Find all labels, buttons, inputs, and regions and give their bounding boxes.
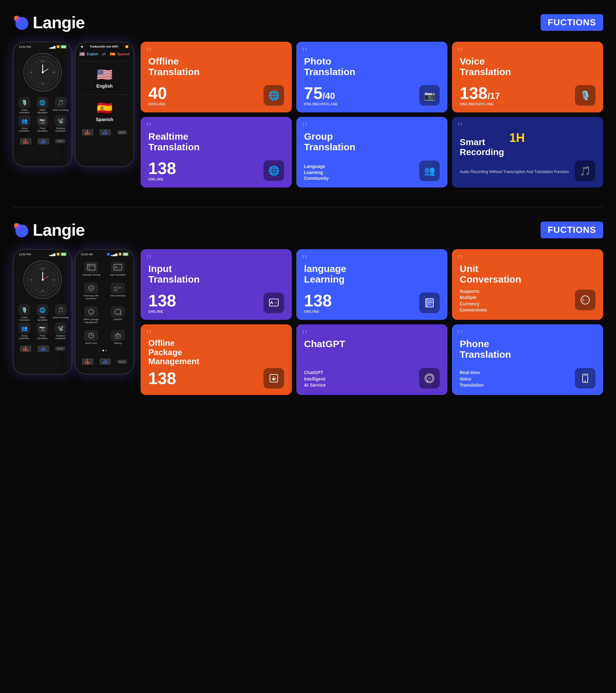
list-item[interactable]: 🎙️ Online translation (16, 304, 33, 321)
back-btn-2[interactable]: BACK (117, 131, 127, 135)
svg-text:AI: AI (428, 377, 431, 380)
svg-text:£→: £→ (582, 298, 589, 302)
list-item[interactable]: 📽️ Realtime translation (52, 115, 69, 132)
phone-4-status-bar: 10:53 AM 🔵 ▂▄▆ 📶 ▮▮▮ (76, 250, 134, 257)
list-item[interactable]: Settings (106, 328, 131, 346)
back-btn-1[interactable]: BACK (55, 139, 65, 143)
waveform-btn-4[interactable] (100, 129, 111, 136)
list-item[interactable]: 🌐 Offline translation (34, 97, 51, 114)
card-number-row: 138 ONLINE 🌐 (148, 160, 284, 181)
waveform-btn-5[interactable] (20, 345, 32, 352)
phone-4-device: 10:53 AM 🔵 ▂▄▆ 📶 ▮▮▮ (75, 249, 134, 374)
list-item[interactable]: km mi dm Unit conversion (106, 281, 131, 302)
bar1 (41, 141, 42, 143)
signal-icon-4: ▂▄▆ (111, 253, 118, 256)
card-group-desc: LanguageLearningCommunity (304, 163, 329, 181)
list-item[interactable]: 🎙️ Online translation (16, 97, 33, 114)
card-number-info: 138 ONLINE (304, 292, 332, 313)
section-2-header: Langie FUCTIONS (13, 220, 603, 240)
logo-icon-1 (13, 15, 29, 31)
card-offline-package: " OfflinePackageManagement 138 (141, 324, 292, 395)
swap-icon[interactable]: ⇄ (102, 52, 106, 57)
svg-point-11 (42, 71, 44, 73)
back-btn-3[interactable]: BACK (55, 346, 65, 351)
lang-display-spanish: 🇪🇸 Spanish (76, 97, 134, 125)
list-item[interactable]: 📽️ Realtime translation (52, 322, 69, 339)
phone-2-wifi: 📶 (125, 45, 128, 48)
waveform-btn-6[interactable] (38, 345, 49, 352)
list-item[interactable]: 🌐 Offline translation (34, 304, 51, 321)
app-label: Offline translation (34, 316, 51, 321)
lang-spanish: Spanish (117, 52, 130, 56)
app-label: Photo translation (34, 127, 51, 132)
list-item[interactable]: 👥 Group translation (16, 322, 33, 339)
menu-label: Exchange rate conversion (80, 295, 102, 300)
bar3 (88, 132, 89, 135)
card-title: SmartRecording (460, 137, 504, 157)
card-number-row: ChatGPTIntelligentAI Service AI (304, 368, 440, 389)
svg-point-2 (14, 16, 18, 20)
card-smart-recording: " SmartRecording 1H Audio Recording With… (452, 117, 603, 187)
waveform-btn-1[interactable] (20, 138, 32, 144)
card-unit-conversation: " UnitConversation SupportsMultipleCurre… (452, 249, 603, 320)
card-desc-wrap: SupportsMultipleCurrencyConversions (460, 286, 487, 313)
realtime-translation-icon-2: 📽️ (55, 322, 66, 334)
phone-1-indicators: ▂▄▆ 📶 ▮▮▮ (49, 45, 66, 48)
card-title: PhoneTranslation (460, 338, 595, 360)
waveform-btn-3[interactable] (82, 129, 94, 136)
bar2 (87, 359, 88, 364)
svg-point-55 (584, 380, 586, 382)
clock-inner-1: XII III VI IX (27, 56, 59, 88)
app-label: Group translation (16, 335, 33, 339)
list-item[interactable]: 👥 Group translation (16, 115, 33, 132)
phone-3-indicators: ▂▄▆ 📶 ▮▮▮ (49, 252, 66, 256)
list-item[interactable]: 🎵 Smart recording (52, 304, 69, 321)
phone-2-back[interactable]: ◀ (81, 45, 83, 48)
card-icon (419, 293, 440, 313)
dot-indicator (102, 350, 104, 351)
section-1-header: Langie FUCTIONS (13, 13, 603, 32)
lang-label-english: English (76, 83, 134, 88)
phone-4-indicators: 🔵 ▂▄▆ 📶 ▮▮▮ (107, 252, 128, 256)
section-1-content: 13:52 PM ▂▄▆ 📶 ▮▮▮ XII III (13, 42, 603, 187)
list-item[interactable]: World clock (79, 328, 104, 346)
logo-icon-2 (13, 222, 29, 238)
card-number-info: 40 OFFLINE (148, 85, 167, 106)
card-number-row: 138 ONLINE A→ (148, 292, 284, 313)
list-item[interactable]: A→ Input translation (106, 260, 131, 278)
card-number-info: 138/17 ONLINE/OFFLINE (460, 85, 500, 106)
menu-icon-chatgpt (111, 306, 125, 317)
phone-2-device: ◀ Traducción con WIFI 📶 🇺🇸 English ⇄ 🇪🇸 … (75, 42, 134, 167)
waveform-btn-2[interactable] (38, 138, 49, 144)
card-number-row: Real-timeVoiceTranslation (460, 368, 595, 389)
card-status: ONLINE/OFFLINE (460, 102, 500, 106)
svg-text:IX: IX (30, 279, 33, 281)
list-item[interactable]: ↓ Offline package management (79, 304, 104, 325)
list-item[interactable]: 📷 Photo translation (34, 322, 51, 339)
list-item[interactable]: ChatGPT (106, 304, 131, 325)
bar3 (106, 361, 107, 364)
svg-text:XII: XII (41, 60, 45, 63)
bar2 (105, 359, 106, 364)
card-icon (264, 368, 284, 389)
phones-area-1: 13:52 PM ▂▄▆ 📶 ▮▮▮ XII III (13, 42, 134, 167)
menu-icon-settings (111, 330, 125, 341)
card-number: 138 (148, 292, 176, 309)
app-label: Offline translation (34, 109, 51, 114)
waveform-btn-8[interactable] (100, 358, 111, 365)
list-item[interactable]: Language learning (79, 260, 104, 278)
list-item[interactable]: ⟳ Exchange rate conversion (79, 281, 104, 302)
card-number: 138/17 (460, 85, 500, 101)
svg-rect-24 (87, 264, 95, 270)
back-btn-4[interactable]: BACK (117, 360, 127, 364)
card-status: ONLINE/OFFLINE (304, 102, 338, 106)
card-number-info: 138 ONLINE (148, 160, 176, 181)
phone-2-title: Traducción con WIFI (90, 45, 118, 48)
flag-us: 🇺🇸 (79, 52, 85, 57)
app-label: Realtime translation (52, 127, 69, 132)
card-status: ONLINE (148, 310, 176, 313)
list-item[interactable]: 📷 Photo translation (34, 115, 51, 132)
waveform-btn-7[interactable] (82, 358, 94, 365)
svg-text:VI: VI (41, 290, 44, 292)
list-item[interactable]: 🎵 Smart recording (52, 97, 69, 114)
